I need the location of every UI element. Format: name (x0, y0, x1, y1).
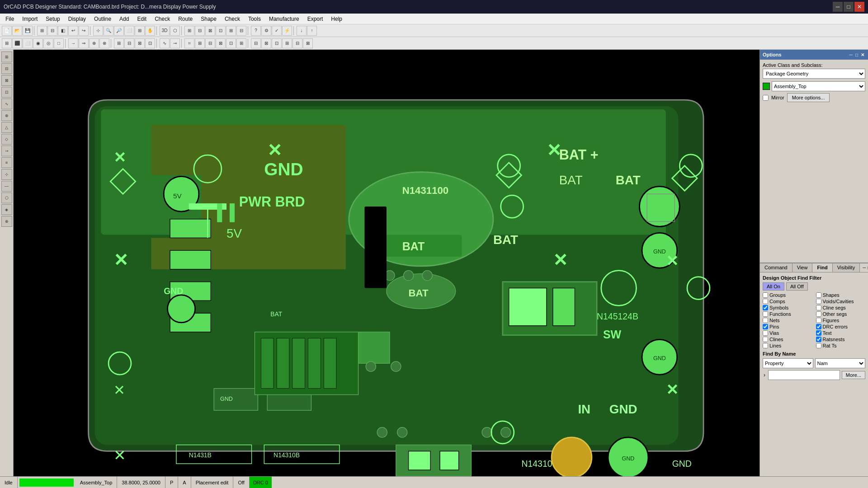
sidebar-btn-7[interactable]: △ (1, 122, 12, 133)
subclass-select[interactable]: Assembly_Top (772, 81, 865, 91)
canvas-area[interactable]: GND PWR BRD 5V N1431100 BAT BAT N145124B… (14, 50, 760, 476)
sidebar-btn-14[interactable]: ◈ (1, 204, 12, 215)
zoom-in-btn[interactable]: 🔍 (104, 26, 113, 36)
tb2-23[interactable]: ⊟ (251, 38, 261, 48)
tb2-4[interactable]: ◉ (33, 38, 43, 48)
vias-checkbox[interactable] (763, 330, 768, 336)
select-btn[interactable]: ⊹ (93, 26, 103, 36)
tb2-19[interactable]: ⊟ (205, 38, 215, 48)
tb2-22[interactable]: ⊞ (236, 38, 246, 48)
undo-btn[interactable]: ↩ (68, 26, 78, 36)
tb-extra2[interactable]: ⊡ (216, 26, 226, 36)
menu-help[interactable]: Help (327, 15, 346, 23)
property-select[interactable]: Property (763, 358, 813, 368)
tb-check2[interactable]: ⚡ (282, 26, 292, 36)
menu-display[interactable]: Display (65, 15, 90, 23)
tb2-15[interactable]: ∿ (160, 38, 170, 48)
sidebar-btn-3[interactable]: ⊠ (1, 75, 12, 86)
sidebar-btn-8[interactable]: ◇ (1, 134, 12, 145)
tb2-3[interactable]: ⬜ (23, 38, 33, 48)
grid-on-btn[interactable]: ⊞ (184, 26, 194, 36)
tb3[interactable]: ◧ (58, 26, 68, 36)
voids-checkbox[interactable] (816, 299, 821, 304)
tb2-11[interactable]: ⊞ (114, 38, 124, 48)
zoom-fit-btn[interactable]: ⬜ (124, 26, 134, 36)
menu-add[interactable]: Add (116, 15, 132, 23)
tb2-9[interactable]: ⊕ (89, 38, 99, 48)
menu-manufacture[interactable]: Manufacture (265, 15, 303, 23)
tb-mfr[interactable]: ⚙ (261, 26, 271, 36)
all-on-button[interactable]: All On (763, 282, 784, 291)
ratsnest-btn[interactable]: ⊟ (195, 26, 205, 36)
menu-check2[interactable]: Check (221, 15, 244, 23)
shapes-checkbox[interactable] (816, 292, 821, 298)
tab-command[interactable]: Command (760, 263, 793, 272)
othersegs-checkbox[interactable] (816, 311, 821, 317)
tb2-18[interactable]: ⊞ (195, 38, 205, 48)
sidebar-btn-10[interactable]: ≡ (1, 157, 12, 168)
drc-on-btn[interactable]: ⊠ (205, 26, 215, 36)
comps-checkbox[interactable] (763, 299, 768, 304)
import-btn[interactable]: ↓ (297, 26, 307, 36)
more-options-button[interactable]: More options... (787, 93, 830, 102)
ratts-checkbox[interactable] (816, 343, 821, 348)
sidebar-btn-1[interactable]: ⊞ (1, 52, 12, 62)
tb2-25[interactable]: ⊡ (272, 38, 282, 48)
find-minimize-btn[interactable]: ─ (862, 265, 867, 270)
menu-export[interactable]: Export (304, 15, 327, 23)
groups-checkbox[interactable] (763, 292, 768, 298)
tab-view[interactable]: View (793, 263, 813, 272)
tb2-8[interactable]: ⇒ (79, 38, 89, 48)
find-more-button[interactable]: More... (842, 371, 865, 379)
sidebar-btn-2[interactable]: ⊟ (1, 63, 12, 74)
minimize-button[interactable]: ─ (833, 2, 843, 12)
class-select[interactable]: Package Geometry (763, 69, 865, 79)
options-close-btn[interactable]: ✕ (860, 52, 865, 57)
new-btn[interactable]: 📄 (2, 26, 12, 36)
all-off-button[interactable]: All Off (786, 282, 808, 291)
tb2-20[interactable]: ⊠ (216, 38, 226, 48)
tb2-26[interactable]: ⊞ (282, 38, 292, 48)
maximize-button[interactable]: □ (844, 2, 854, 12)
tb-check1[interactable]: ✓ (272, 26, 282, 36)
find-input[interactable] (768, 370, 840, 380)
functions-checkbox[interactable] (763, 311, 768, 317)
tab-visibility[interactable]: Visibility (833, 263, 860, 272)
clinesegs-checkbox[interactable] (816, 305, 821, 310)
tb2-17[interactable]: ⌗ (184, 38, 194, 48)
sidebar-btn-4[interactable]: ⊡ (1, 87, 12, 98)
menu-shape[interactable]: Shape (197, 15, 220, 23)
tb2-6[interactable]: □ (54, 38, 64, 48)
tb2-24[interactable]: ⊠ (261, 38, 271, 48)
redo-btn[interactable]: ↪ (79, 26, 89, 36)
tb2-12[interactable]: ⊟ (124, 38, 134, 48)
tb2-1[interactable]: ⊞ (2, 38, 12, 48)
save-btn[interactable]: 💾 (23, 26, 33, 36)
tab-find[interactable]: Find (812, 263, 832, 272)
sidebar-btn-9[interactable]: ⊸ (1, 145, 12, 156)
name-select[interactable]: Nam (815, 358, 866, 368)
menu-edit[interactable]: Edit (133, 15, 150, 23)
options-minimize-btn[interactable]: ─ (849, 52, 854, 57)
snap-btn[interactable]: ⊞ (37, 26, 47, 36)
tb2-21[interactable]: ⊡ (226, 38, 236, 48)
pan-btn[interactable]: ✋ (145, 26, 155, 36)
mirror-checkbox[interactable] (763, 95, 769, 101)
tb2-7[interactable]: → (68, 38, 78, 48)
sidebar-btn-12[interactable]: — (1, 181, 12, 192)
grid-btn[interactable]: ⊟ (47, 26, 57, 36)
tb2-5[interactable]: ◎ (43, 38, 53, 48)
tb2-13[interactable]: ⊠ (135, 38, 145, 48)
drcerrors-checkbox[interactable] (816, 324, 821, 329)
sidebar-btn-6[interactable]: ⊕ (1, 110, 12, 121)
menu-route[interactable]: Route (175, 15, 196, 23)
fbn-arrow[interactable]: › (763, 372, 766, 378)
menu-setup[interactable]: Setup (42, 15, 63, 23)
sidebar-btn-5[interactable]: ∿ (1, 99, 12, 109)
help-btn[interactable]: ? (251, 26, 261, 36)
sidebar-btn-11[interactable]: ⊹ (1, 169, 12, 180)
tb2-14[interactable]: ⊡ (145, 38, 155, 48)
pins-checkbox[interactable] (763, 324, 768, 329)
menu-import[interactable]: Import (19, 15, 41, 23)
tb-extra1[interactable]: ⬡ (170, 26, 180, 36)
